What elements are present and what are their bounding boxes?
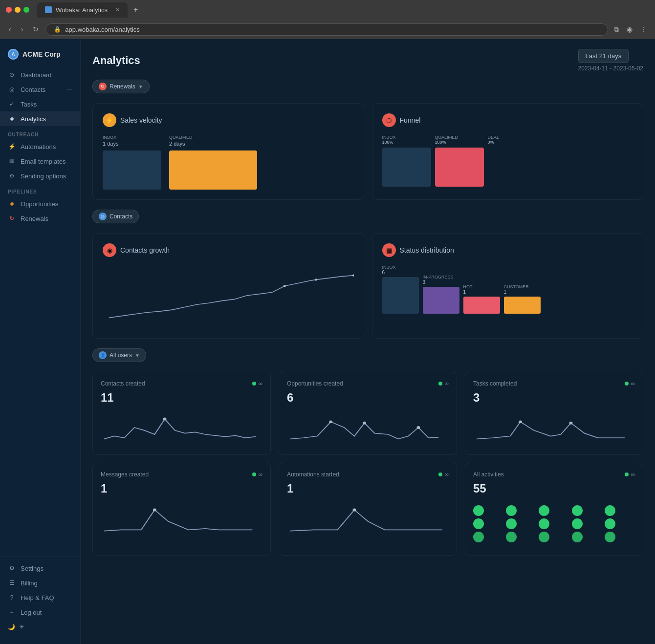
opportunities-created-badge: ∞ (438, 380, 449, 387)
date-range-btn[interactable]: Last 21 days (578, 49, 629, 63)
svg-point-5 (363, 422, 366, 425)
extensions-btn[interactable]: ⧉ (612, 23, 621, 36)
back-btn[interactable]: ‹ (6, 23, 14, 35)
velocity-qualified-group: QUALIFIED 2 days (169, 135, 257, 190)
contacts-filter-row: ◎ Contacts (92, 210, 643, 223)
new-tab-btn[interactable]: + (133, 5, 138, 14)
pipeline-filter-label: Renewals (109, 83, 135, 90)
theme-toggle[interactable]: 🌙 ☀ (0, 620, 80, 634)
profile-btn[interactable]: ◉ (625, 23, 634, 35)
funnel-chart-area: INBOX 100% QUALIFIED 100% DEAL 0% (382, 135, 633, 187)
contacts-filter-label: Contacts (109, 213, 132, 220)
bubble-2 (506, 505, 517, 516)
pipelines-section-label: PIPELINES (0, 183, 80, 196)
bubble-8 (539, 518, 549, 529)
bubble-13 (539, 532, 549, 542)
funnel-title: Funnel (400, 116, 421, 124)
maximize-window-btn[interactable] (23, 7, 29, 13)
sales-velocity-icon: ⚡ (103, 113, 116, 127)
pipeline-filter-pill[interactable]: ↻ Renewals ▼ (92, 80, 150, 93)
velocity-chart-area: INBOX 1 days QUALIFIED 2 days (103, 135, 354, 190)
sidebar-item-opportunities[interactable]: ◈ Opportunities (0, 196, 80, 211)
svg-point-10 (352, 509, 356, 512)
sidebar-label-contacts: Contacts (21, 86, 45, 93)
address-bar[interactable]: 🔒 app.wobaka.com/analytics (45, 23, 608, 36)
growth-icon: ◉ (103, 243, 116, 257)
sidebar-label-analytics: Analytics (21, 115, 46, 123)
page-header: Analytics Last 21 days 2023-04-11 - 2023… (92, 49, 643, 72)
bubble-5 (605, 505, 615, 516)
automations-started-infinity: ∞ (444, 471, 449, 478)
bubble-10 (605, 518, 615, 529)
all-activities-header: All activities ∞ (473, 471, 635, 478)
stat-card-contacts-created: Contacts created ∞ 11 (92, 372, 271, 455)
sidebar-item-help[interactable]: ? Help & FAQ (0, 590, 80, 605)
browser-menu-btn[interactable]: ⋮ (638, 23, 649, 35)
stat-card-automations-started: Automations started ∞ 1 (279, 463, 457, 556)
sidebar-item-settings[interactable]: ⚙ Settings (0, 561, 80, 576)
status-inprogress-bar (423, 287, 459, 314)
sidebar-item-email-templates[interactable]: ✉ Email templates (0, 154, 80, 169)
analytics-icon: ◈ (8, 115, 16, 123)
sidebar-footer: ⚙ Settings ☰ Billing ? Help & FAQ → Log … (0, 557, 80, 638)
sidebar-item-billing[interactable]: ☰ Billing (0, 576, 80, 590)
sidebar-item-tasks[interactable]: ✓ Tasks (0, 97, 80, 111)
contacts-filter-pill[interactable]: ◎ Contacts (92, 210, 139, 223)
all-users-filter-pill[interactable]: 👤 All users ▼ (92, 348, 146, 362)
status-dist-title: Status distribution (400, 246, 454, 254)
status-bar-inbox: INBOX 6 (382, 265, 419, 314)
funnel-qualified-bar (435, 148, 484, 187)
sidebar-label-opportunities: Opportunities (21, 200, 58, 208)
pipeline-filter-chevron: ▼ (138, 84, 143, 89)
automations-started-title: Automations started (287, 471, 339, 478)
automations-started-dot (438, 472, 442, 476)
stat-card-messages-created: Messages created ∞ 1 (92, 463, 271, 556)
sidebar-item-dashboard[interactable]: ⊙ Dashboard (0, 67, 80, 82)
contacts-icon: ◎ (8, 86, 16, 93)
forward-btn[interactable]: › (18, 23, 26, 35)
sending-options-icon: ⚙ (8, 172, 16, 180)
stat-card-tasks-completed: Tasks completed ∞ 3 (465, 372, 643, 455)
opportunities-created-chart (287, 410, 449, 445)
address-text: app.wobaka.com/analytics (65, 26, 139, 33)
status-inbox-label: INBOX (382, 265, 396, 270)
users-filter-label: All users (109, 352, 132, 359)
sidebar-item-sending-options[interactable]: ⚙ Sending options (0, 169, 80, 183)
tab-favicon (45, 6, 52, 13)
moon-icon: 🌙 (8, 623, 15, 630)
opportunities-icon: ◈ (8, 200, 16, 208)
minimize-window-btn[interactable] (15, 7, 21, 13)
email-templates-icon: ✉ (8, 157, 16, 165)
reload-btn[interactable]: ↻ (30, 23, 42, 35)
svg-point-7 (519, 420, 522, 423)
sidebar-item-automations[interactable]: ⚡ Automations (0, 139, 80, 154)
status-distribution-card: ▦ Status distribution INBOX 6 IN-PROGRES… (372, 233, 644, 339)
status-hot-count: 1 (463, 289, 466, 295)
sidebar-item-analytics[interactable]: ◈ Analytics (0, 111, 80, 126)
sidebar-item-renewals[interactable]: ↻ Renewals (0, 211, 80, 226)
pipeline-filter-row: ↻ Renewals ▼ (92, 80, 643, 93)
sales-velocity-title-row: ⚡ Sales velocity (103, 113, 354, 127)
svg-point-4 (329, 420, 332, 423)
close-window-btn[interactable] (6, 7, 12, 13)
browser-chrome: Wobaka: Analytics ✕ + ‹ › ↻ 🔒 app.wobaka… (0, 0, 655, 39)
tasks-completed-dot (625, 382, 629, 386)
funnel-title-row: ⬡ Funnel (382, 113, 633, 127)
sidebar-item-logout[interactable]: → Log out (0, 605, 80, 620)
automations-icon: ⚡ (8, 143, 16, 150)
funnel-deal-pct: 0% (488, 140, 500, 145)
tab-title: Wobaka: Analytics (56, 6, 108, 14)
status-customer-count: 1 (504, 289, 507, 295)
sidebar-label-logout: Log out (21, 609, 42, 616)
all-activities-value: 55 (473, 482, 635, 495)
bubble-4 (572, 505, 583, 516)
sidebar-logo: A ACME Corp (0, 45, 80, 67)
tab-close-btn[interactable]: ✕ (115, 7, 120, 13)
help-icon: ? (8, 594, 16, 601)
browser-tab-active[interactable]: Wobaka: Analytics ✕ (37, 2, 128, 18)
svg-point-8 (569, 422, 573, 425)
funnel-inbox-group: INBOX 100% (382, 135, 431, 187)
contacts-created-header: Contacts created ∞ (101, 380, 262, 387)
sidebar-item-contacts[interactable]: ◎ Contacts (0, 82, 80, 97)
messages-created-header: Messages created ∞ (101, 471, 262, 478)
